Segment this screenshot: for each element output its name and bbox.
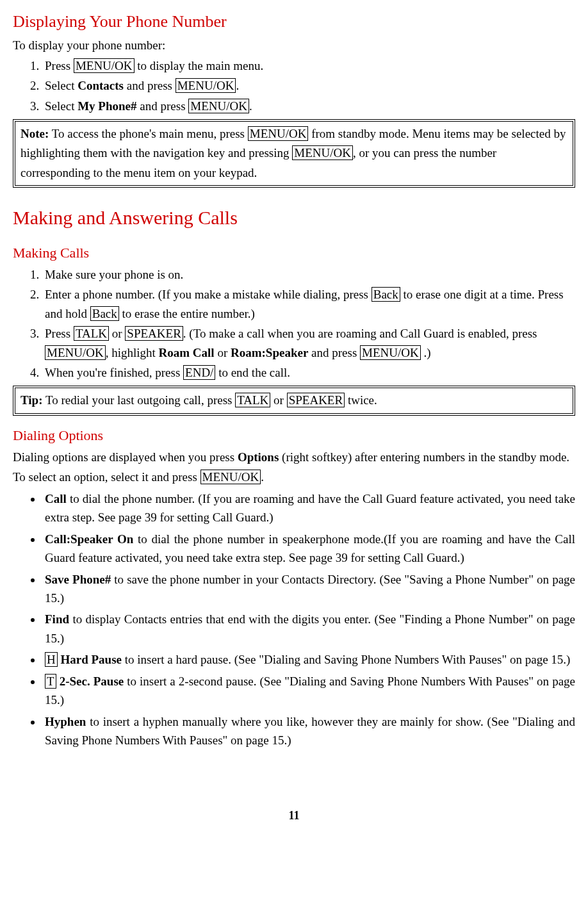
- text: To redial your last outgoing call, press: [43, 393, 236, 407]
- text: .: [249, 99, 252, 113]
- text: to end the call.: [215, 366, 290, 379]
- menu-ok-key: MENU/OK: [45, 345, 106, 360]
- call-speaker-on-label: Call:Speaker On: [45, 532, 133, 546]
- list-item: T 2-Sec. Pause to insert a 2-second paus…: [42, 672, 575, 710]
- h-key: H: [45, 652, 58, 667]
- text: or: [270, 393, 286, 407]
- text: and press: [308, 346, 360, 359]
- list-item: Hyphen to insert a hyphen manually where…: [42, 712, 575, 750]
- find-label: Find: [45, 612, 69, 626]
- text: and press: [124, 79, 176, 92]
- text: or: [109, 327, 125, 340]
- menu-ok-key: MENU/OK: [74, 58, 135, 73]
- menu-ok-key: MENU/OK: [188, 99, 249, 113]
- note-label: Note:: [20, 127, 49, 140]
- intro-text: To select an option, select it and press…: [13, 468, 575, 486]
- text: and press: [137, 99, 189, 113]
- tip-box: Tip: To redial your last outgoing call, …: [13, 386, 575, 415]
- text: twice.: [345, 393, 377, 407]
- roam-speaker-label: Roam:Speaker: [231, 346, 308, 359]
- menu-ok-key: MENU/OK: [248, 126, 309, 141]
- speaker-key: SPEAKER: [125, 326, 183, 341]
- text: to insert a 2-second pause. (See "Dialin…: [45, 675, 575, 707]
- step-item: When you're finished, press END/ to end …: [42, 363, 575, 382]
- list-item: Save Phone# to save the phone number in …: [42, 570, 575, 608]
- text: Press: [45, 59, 74, 72]
- text: to display the main menu.: [135, 59, 264, 72]
- menu-ok-key: MENU/OK: [360, 345, 421, 360]
- note-box: Note: To access the phone's main menu, p…: [13, 119, 575, 188]
- menu-ok-key: MENU/OK: [292, 145, 353, 160]
- step-item: Press TALK or SPEAKER. (To make a call w…: [42, 324, 575, 362]
- call-label: Call: [45, 492, 67, 505]
- save-phone-label: Save Phone#: [45, 573, 111, 586]
- text: .: [236, 79, 239, 92]
- text: to dial the phone number. (If you are ro…: [45, 492, 575, 524]
- heading-making-answering-calls: Making and Answering Calls: [13, 203, 575, 233]
- list-item: Find to display Contacts entries that en…: [42, 610, 575, 648]
- speaker-key: SPEAKER: [287, 393, 345, 407]
- two-sec-pause-label: 2-Sec. Pause: [60, 675, 124, 688]
- back-key: Back: [372, 287, 400, 302]
- t-key: T: [45, 674, 56, 689]
- contacts-label: Contacts: [78, 79, 124, 92]
- text: (right softkey) after entering numbers i…: [279, 450, 569, 464]
- hard-pause-label: Hard Pause: [60, 653, 122, 666]
- heading-dialing-options: Dialing Options: [13, 425, 575, 446]
- intro-text: To display your phone number:: [13, 36, 575, 54]
- text: to erase the entire number.): [119, 307, 255, 320]
- intro-text: Dialing options are displayed when you p…: [13, 448, 575, 466]
- step-item: Enter a phone number. (If you make a mis…: [42, 285, 575, 323]
- heading-displaying-phone-number: Displaying Your Phone Number: [13, 9, 575, 35]
- tip-label: Tip:: [20, 393, 43, 407]
- text: .: [261, 470, 264, 484]
- text: . (To make a call when you are roaming a…: [183, 327, 537, 340]
- steps-list: Make sure your phone is on. Enter a phon…: [13, 265, 575, 382]
- step-item: Select Contacts and press MENU/OK.: [42, 76, 575, 95]
- list-item: Call:Speaker On to dial the phone number…: [42, 530, 575, 568]
- text: , highlight: [106, 346, 159, 359]
- list-item: Call to dial the phone number. (If you a…: [42, 489, 575, 527]
- step-item: Select My Phone# and press MENU/OK.: [42, 97, 575, 115]
- text: Dialing options are displayed when you p…: [13, 450, 238, 464]
- text: to insert a hyphen manually where you li…: [45, 715, 575, 747]
- hyphen-label: Hyphen: [45, 715, 86, 728]
- step-item: Press MENU/OK to display the main menu.: [42, 56, 575, 75]
- steps-list: Press MENU/OK to display the main menu. …: [13, 56, 575, 115]
- back-key: Back: [90, 306, 119, 321]
- step-item: Make sure your phone is on.: [42, 265, 575, 284]
- menu-ok-key: MENU/OK: [200, 470, 261, 484]
- heading-making-calls: Making Calls: [13, 242, 575, 264]
- text: Select: [45, 99, 78, 113]
- my-phone-label: My Phone#: [78, 99, 136, 113]
- text: to display Contacts entries that end wit…: [45, 612, 575, 644]
- text: Press: [45, 327, 74, 340]
- talk-key: TALK: [74, 326, 109, 341]
- roam-call-label: Roam Call: [159, 346, 215, 359]
- text: to insert a hard pause. (See "Dialing an…: [122, 653, 570, 666]
- text: .): [421, 346, 431, 359]
- text: or: [215, 346, 231, 359]
- text: to save the phone number in your Contact…: [45, 573, 575, 605]
- text: Select: [45, 79, 78, 92]
- text: To select an option, select it and press: [13, 470, 200, 484]
- text: When you're finished, press: [45, 366, 183, 379]
- end-key: END/: [183, 365, 215, 380]
- page-number: 11: [13, 807, 575, 825]
- talk-key: TALK: [235, 393, 270, 407]
- text: Enter a phone number. (If you make a mis…: [45, 288, 372, 301]
- list-item: H Hard Pause to insert a hard pause. (Se…: [42, 650, 575, 669]
- menu-ok-key: MENU/OK: [176, 78, 236, 93]
- options-list: Call to dial the phone number. (If you a…: [13, 489, 575, 750]
- text: To access the phone's main menu, press: [49, 127, 247, 140]
- options-label: Options: [238, 450, 279, 464]
